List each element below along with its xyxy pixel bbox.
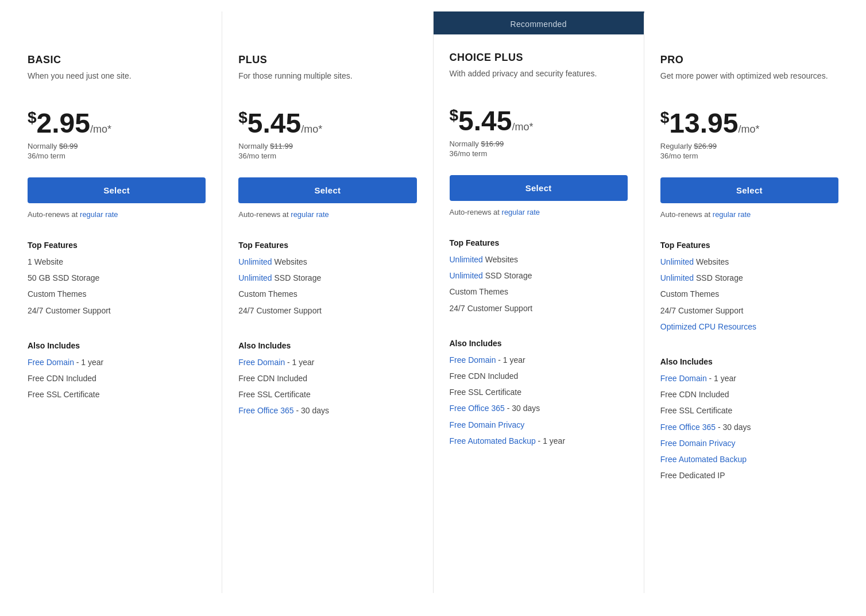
- feature-link[interactable]: Unlimited: [660, 273, 694, 282]
- also-include-item: Free Automated Backup: [660, 454, 838, 464]
- select-button-choiceplus[interactable]: Select: [450, 175, 628, 201]
- plan-desc-plus: For those running multiple sites.: [238, 71, 416, 98]
- top-feature-item: 50 GB SSD Storage: [28, 273, 206, 283]
- also-include-link[interactable]: Free Office 365: [450, 404, 505, 413]
- regular-rate-link-basic[interactable]: regular rate: [80, 210, 118, 219]
- also-include-link[interactable]: Free Automated Backup: [450, 436, 536, 445]
- price-area-basic: $2.95/mo*Normally $8.9936/mo term: [28, 110, 206, 172]
- also-includes-list-choiceplus: Free Domain - 1 yearFree CDN IncludedFre…: [450, 355, 628, 452]
- feature-link[interactable]: Unlimited: [450, 255, 483, 264]
- also-include-item: Free CDN Included: [238, 373, 416, 383]
- price-area-plus: $5.45/mo*Normally $11.9936/mo term: [238, 110, 416, 172]
- regular-rate-link-choiceplus[interactable]: regular rate: [502, 208, 540, 216]
- plan-price-plus: $5.45/mo*: [238, 110, 416, 137]
- also-include-link[interactable]: Free Automated Backup: [660, 455, 747, 464]
- recommended-badge: Recommended: [434, 14, 644, 34]
- feature-link[interactable]: Unlimited: [660, 257, 694, 266]
- regular-rate-link-plus[interactable]: regular rate: [291, 210, 328, 219]
- plan-term-basic: 36/mo term: [28, 152, 206, 160]
- also-include-item: Free SSL Certificate: [28, 389, 206, 400]
- feature-link[interactable]: Optimized CPU Resources: [660, 322, 756, 331]
- also-include-item: Free Office 365 - 30 days: [660, 422, 838, 432]
- also-include-item: Free CDN Included: [28, 373, 206, 383]
- plan-desc-basic: When you need just one site.: [28, 71, 206, 98]
- also-include-link[interactable]: Free Domain: [238, 358, 285, 367]
- also-include-link[interactable]: Free Domain: [660, 374, 707, 383]
- plan-col-pro: PROGet more power with optimized web res…: [644, 11, 855, 593]
- top-feature-item: Custom Themes: [450, 286, 628, 297]
- top-feature-item: Unlimited SSD Storage: [660, 273, 838, 283]
- top-feature-item: Optimized CPU Resources: [660, 321, 838, 332]
- plan-col-basic: BASICWhen you need just one site.$2.95/m…: [11, 11, 222, 593]
- top-features-label-basic: Top Features: [28, 241, 206, 250]
- also-include-link[interactable]: Free Domain Privacy: [660, 439, 736, 448]
- plan-name-basic: BASIC: [28, 54, 206, 66]
- top-features-label-choiceplus: Top Features: [450, 238, 628, 247]
- also-includes-label-choiceplus: Also Includes: [450, 339, 628, 348]
- plan-term-pro: 36/mo term: [660, 152, 838, 160]
- auto-renew-choiceplus: Auto-renews at regular rate: [450, 208, 628, 216]
- top-feature-item: Custom Themes: [28, 289, 206, 299]
- select-button-pro[interactable]: Select: [660, 177, 838, 203]
- auto-renew-pro: Auto-renews at regular rate: [660, 210, 838, 219]
- also-include-link[interactable]: Free Office 365: [238, 406, 293, 415]
- also-include-item: Free Domain - 1 year: [28, 357, 206, 367]
- top-feature-item: Custom Themes: [238, 289, 416, 299]
- also-include-link[interactable]: Free Domain Privacy: [450, 420, 525, 429]
- top-features-list-basic: 1 Website50 GB SSD StorageCustom Themes2…: [28, 257, 206, 321]
- spacer-badge: [644, 11, 855, 37]
- also-includes-list-plus: Free Domain - 1 yearFree CDN IncludedFre…: [238, 357, 416, 422]
- also-includes-list-basic: Free Domain - 1 yearFree CDN IncludedFre…: [28, 357, 206, 406]
- also-includes-label-plus: Also Includes: [238, 341, 416, 350]
- top-features-list-pro: Unlimited WebsitesUnlimited SSD StorageC…: [660, 257, 838, 338]
- auto-renew-plus: Auto-renews at regular rate: [238, 210, 416, 219]
- select-button-basic[interactable]: Select: [28, 177, 206, 203]
- spacer-badge: [222, 11, 432, 37]
- spacer-badge: [11, 11, 222, 37]
- top-feature-item: 24/7 Customer Support: [450, 303, 628, 313]
- plan-desc-pro: Get more power with optimized web resour…: [660, 71, 838, 98]
- also-include-link[interactable]: Free Office 365: [660, 423, 716, 432]
- feature-link[interactable]: Unlimited: [450, 271, 483, 280]
- top-feature-item: 24/7 Customer Support: [660, 305, 838, 316]
- top-feature-item: Unlimited Websites: [238, 257, 416, 267]
- also-include-link[interactable]: Free Domain: [450, 355, 496, 365]
- plan-name-pro: PRO: [660, 54, 838, 66]
- regular-rate-link-pro[interactable]: regular rate: [713, 210, 751, 219]
- top-feature-item: Unlimited SSD Storage: [450, 270, 628, 281]
- feature-link[interactable]: Unlimited: [238, 257, 272, 266]
- also-include-link[interactable]: Free Domain: [28, 358, 74, 367]
- also-include-item: Free Domain - 1 year: [660, 373, 838, 383]
- plan-col-choiceplus: RecommendedCHOICE PLUSWith added privacy…: [434, 11, 644, 593]
- also-include-item: Free Domain - 1 year: [238, 357, 416, 367]
- price-area-choiceplus: $5.45/mo*Normally $16.9936/mo term: [450, 107, 628, 169]
- plan-name-plus: PLUS: [238, 54, 416, 66]
- top-features-label-pro: Top Features: [660, 241, 838, 250]
- normal-price-basic: Normally $8.99: [28, 142, 206, 150]
- normal-price-pro: Regularly $26.99: [660, 142, 838, 150]
- plan-price-choiceplus: $5.45/mo*: [450, 107, 628, 135]
- also-include-item: Free Domain Privacy: [450, 420, 628, 430]
- top-feature-item: Unlimited Websites: [450, 254, 628, 265]
- also-include-item: Free Dedicated IP: [660, 470, 838, 481]
- top-feature-item: 24/7 Customer Support: [238, 305, 416, 316]
- also-include-item: Free Automated Backup - 1 year: [450, 436, 628, 446]
- top-feature-item: Unlimited SSD Storage: [238, 273, 416, 283]
- top-feature-item: Unlimited Websites: [660, 257, 838, 267]
- also-includes-label-basic: Also Includes: [28, 341, 206, 350]
- plan-price-pro: $13.95/mo*: [660, 110, 838, 137]
- plan-term-choiceplus: 36/mo term: [450, 149, 628, 158]
- feature-link[interactable]: Unlimited: [238, 273, 272, 282]
- price-area-pro: $13.95/mo*Regularly $26.9936/mo term: [660, 110, 838, 172]
- select-button-plus[interactable]: Select: [238, 177, 416, 203]
- also-includes-list-pro: Free Domain - 1 yearFree CDN IncludedFre…: [660, 373, 838, 486]
- top-feature-item: Custom Themes: [660, 289, 838, 299]
- also-include-item: Free SSL Certificate: [450, 387, 628, 397]
- also-include-item: Free CDN Included: [660, 389, 838, 400]
- top-features-label-plus: Top Features: [238, 241, 416, 250]
- also-include-item: Free CDN Included: [450, 371, 628, 381]
- top-features-list-plus: Unlimited WebsitesUnlimited SSD StorageC…: [238, 257, 416, 321]
- normal-price-plus: Normally $11.99: [238, 142, 416, 150]
- plan-col-plus: PLUSFor those running multiple sites.$5.…: [222, 11, 433, 593]
- normal-price-choiceplus: Normally $16.99: [450, 140, 628, 148]
